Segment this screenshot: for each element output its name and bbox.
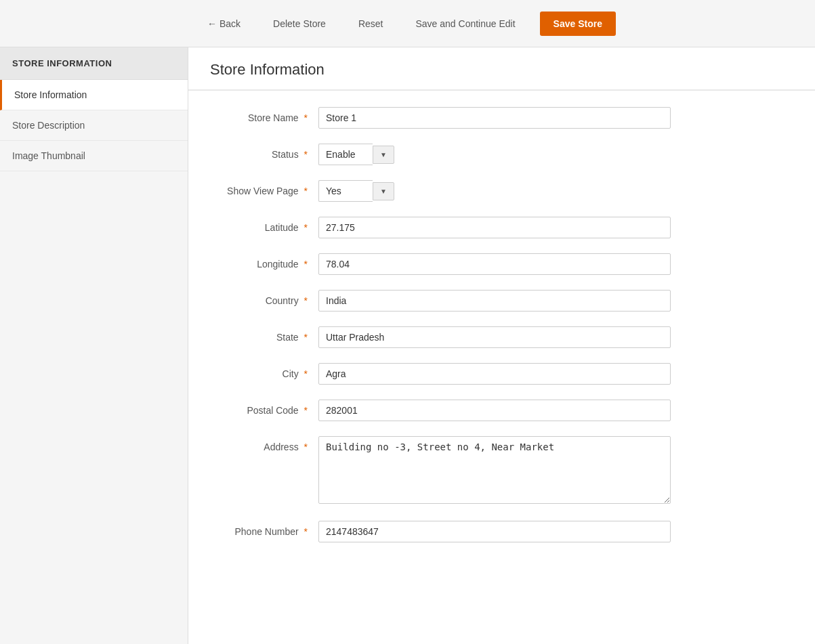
latitude-label: Latitude * [210,217,318,233]
show-view-page-label: Show View Page * [210,180,318,196]
country-required: * [304,295,308,306]
status-required: * [304,149,308,160]
postal-code-label: Postal Code * [210,400,318,416]
longitude-row: Longitude * [210,253,793,275]
save-store-button[interactable]: Save Store [540,12,616,36]
status-select-wrap: Enable Disable ▼ [318,144,671,165]
store-name-input[interactable] [318,107,671,129]
latitude-row: Latitude * [210,217,793,238]
latitude-input[interactable] [318,217,671,238]
show-view-page-select[interactable]: Yes No [318,180,373,202]
city-input[interactable] [318,363,671,385]
address-required: * [304,442,308,452]
store-name-label: Store Name * [210,107,318,123]
state-row: State * [210,326,793,348]
show-view-page-field: Yes No ▼ [318,180,671,202]
show-view-page-required: * [304,186,308,196]
phone-number-row: Phone Number * [210,521,793,542]
state-required: * [304,332,308,343]
section-title: Store Information [210,61,793,79]
country-label: Country * [210,290,318,306]
city-required: * [304,368,308,379]
city-label: City * [210,363,318,379]
latitude-required: * [304,222,308,233]
status-select[interactable]: Enable Disable [318,144,373,165]
reset-button[interactable]: Reset [350,13,392,35]
longitude-input[interactable] [318,253,671,275]
status-dropdown-arrow[interactable]: ▼ [373,146,394,164]
toolbar: ← Back Delete Store Reset Save and Conti… [0,0,815,47]
city-row: City * [210,363,793,385]
postal-code-input[interactable] [318,400,671,421]
postal-code-field [318,400,671,421]
page-layout: STORE INFORMATION Store Information Stor… [0,47,815,644]
country-row: Country * [210,290,793,312]
sidebar: STORE INFORMATION Store Information Stor… [0,47,188,644]
form-body: Store Name * Status * Enable Di [188,91,815,574]
section-header: Store Information [188,47,815,91]
sidebar-item-image-thumbnail[interactable]: Image Thumbnail [0,141,188,171]
show-view-page-row: Show View Page * Yes No ▼ [210,180,793,202]
status-field: Enable Disable ▼ [318,144,671,165]
latitude-field [318,217,671,238]
delete-store-button[interactable]: Delete Store [265,13,334,35]
status-row: Status * Enable Disable ▼ [210,144,793,165]
country-field [318,290,671,312]
city-field [318,363,671,385]
store-name-field [318,107,671,129]
address-label: Address * [210,436,318,452]
phone-number-required: * [304,526,308,537]
address-row: Address * [210,436,793,506]
show-view-page-select-wrap: Yes No ▼ [318,180,671,202]
phone-number-field [318,521,671,542]
sidebar-item-store-description[interactable]: Store Description [0,110,188,141]
sidebar-item-store-information[interactable]: Store Information [0,80,188,110]
longitude-required: * [304,259,308,270]
save-continue-button[interactable]: Save and Continue Edit [407,13,523,35]
back-button[interactable]: ← Back [199,13,249,35]
country-input[interactable] [318,290,671,312]
address-textarea[interactable] [318,436,671,504]
phone-number-label: Phone Number * [210,521,318,537]
phone-number-input[interactable] [318,521,671,542]
store-name-required: * [304,112,308,123]
address-field [318,436,671,506]
sidebar-heading: STORE INFORMATION [0,47,188,80]
longitude-field [318,253,671,275]
postal-code-row: Postal Code * [210,400,793,421]
postal-code-required: * [304,405,308,416]
status-label: Status * [210,144,318,160]
state-label: State * [210,326,318,343]
store-name-row: Store Name * [210,107,793,129]
main-content: Store Information Store Name * Status * [188,47,815,644]
longitude-label: Longitude * [210,253,318,270]
state-field [318,326,671,348]
state-input[interactable] [318,326,671,348]
show-view-page-dropdown-arrow[interactable]: ▼ [373,182,394,200]
